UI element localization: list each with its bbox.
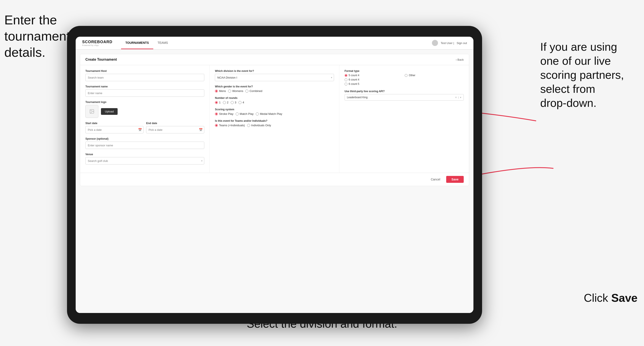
tablet-screen: SCOREBOARD Powered by clipp TOURNAMENTS … — [76, 37, 474, 313]
create-tournament-panel: Create Tournament ‹ Back Tournament Host… — [80, 54, 469, 186]
host-group: Tournament Host — [86, 69, 204, 81]
name-label: Tournament name — [86, 85, 204, 88]
host-input[interactable] — [86, 74, 204, 81]
live-scoring-value: Leaderboard King — [347, 96, 368, 99]
name-input[interactable] — [86, 89, 204, 97]
logo-upload-area: Upload — [86, 105, 204, 118]
scoring-medal[interactable]: Medal Match Play — [256, 112, 282, 116]
scoring-radio-group: Stroke Play Match Play Medal Match Play — [215, 112, 334, 116]
nav-logo-sub: Powered by clipp — [82, 44, 112, 46]
format-empty-2 — [405, 82, 464, 85]
sponsor-label: Sponsor (optional) — [86, 137, 204, 140]
save-button[interactable]: Save — [446, 176, 464, 183]
form-col-3: Format type 5 count 4 Other 6 count 4 — [340, 65, 469, 173]
svg-point-2 — [91, 110, 92, 111]
start-date-label: Start date — [86, 122, 144, 125]
cancel-button[interactable]: Cancel — [428, 176, 444, 183]
rounds-radio-group: 1 2 3 4 — [215, 101, 334, 104]
annotation-bottomright: Click Save — [584, 291, 638, 305]
venue-input[interactable] — [86, 157, 204, 165]
format-type-group: Format type 5 count 4 Other 6 count 4 — [344, 69, 464, 85]
nav-link-tournaments[interactable]: TOURNAMENTS — [121, 37, 153, 49]
teams-plus-individuals[interactable]: Teams (+Individuals) — [215, 124, 245, 127]
host-label: Tournament Host — [86, 69, 204, 73]
date-row: Start date 📅 End date — [86, 122, 204, 133]
upload-button[interactable]: Upload — [101, 108, 118, 115]
format-other[interactable]: Other — [405, 74, 464, 77]
division-label: Which division is the event for? — [215, 69, 334, 73]
form-body: Tournament Host Tournament name Tourname… — [80, 65, 469, 173]
end-date-label: End date — [146, 122, 204, 125]
panel-footer: Cancel Save — [80, 173, 469, 186]
panel-back[interactable]: ‹ Back — [456, 58, 464, 61]
logo-label: Tournament logo — [86, 101, 204, 104]
gender-mens[interactable]: Mens — [215, 89, 226, 93]
start-date-wrap: 📅 — [86, 126, 144, 133]
teams-label: Is this event for Teams and/or Individua… — [215, 119, 334, 122]
scoring-stroke[interactable]: Stroke Play — [215, 112, 233, 116]
format-type-label: Format type — [344, 69, 464, 73]
venue-group: Venue ▾ — [86, 153, 204, 165]
end-date-input[interactable] — [146, 126, 204, 133]
panel-header: Create Tournament ‹ Back — [80, 54, 469, 65]
rounds-1[interactable]: 1 — [215, 101, 220, 104]
end-date-wrap: 📅 — [146, 126, 204, 133]
division-group: Which division is the event for? NCAA Di… — [215, 69, 334, 81]
signout-link[interactable]: Sign out — [456, 41, 467, 45]
tablet-frame: SCOREBOARD Powered by clipp TOURNAMENTS … — [67, 26, 482, 324]
scoring-label: Scoring system — [215, 108, 334, 111]
nav-right: Test User | Sign out — [432, 40, 467, 46]
start-date-input[interactable] — [86, 126, 144, 133]
gender-radio-group: Mens Womens Combined — [215, 89, 334, 93]
nav-user: Test User | — [440, 41, 454, 45]
format-6count5[interactable]: 6 count 5 — [344, 82, 404, 85]
dates-group: Start date 📅 End date — [86, 122, 204, 133]
gender-label: Which gender is the event for? — [215, 85, 334, 88]
live-scoring-label: Use third-party live scoring API? — [344, 90, 464, 93]
rounds-4[interactable]: 4 — [238, 101, 244, 104]
nav-logo: SCOREBOARD Powered by clipp — [82, 40, 112, 46]
panel-title: Create Tournament — [86, 58, 117, 61]
teams-radio-group: Teams (+Individuals) Individuals Only — [215, 124, 334, 127]
rounds-label: Number of rounds — [215, 96, 334, 100]
gender-group: Which gender is the event for? Mens Wome… — [215, 85, 334, 93]
annotation-topleft: Enter the tournament details. — [4, 12, 70, 60]
logo-placeholder — [86, 105, 98, 118]
nav-bar: SCOREBOARD Powered by clipp TOURNAMENTS … — [76, 37, 474, 50]
name-group: Tournament name — [86, 85, 204, 97]
sponsor-input[interactable] — [86, 142, 204, 149]
nav-link-teams[interactable]: TEAMS — [153, 37, 172, 49]
format-empty-1 — [405, 78, 464, 81]
form-col-1: Tournament Host Tournament name Tourname… — [80, 65, 210, 173]
division-select[interactable]: NCAA Division I — [215, 74, 334, 81]
main-content: Create Tournament ‹ Back Tournament Host… — [76, 50, 474, 313]
venue-label: Venue — [86, 153, 204, 156]
gender-combined[interactable]: Combined — [245, 89, 262, 93]
logo-group: Tournament logo Upload — [86, 101, 204, 118]
end-date-group: End date 📅 — [146, 122, 204, 133]
scoring-group: Scoring system Stroke Play Match Play Me… — [215, 108, 334, 116]
nav-links: TOURNAMENTS TEAMS — [121, 37, 172, 49]
teams-group: Is this event for Teams and/or Individua… — [215, 119, 334, 127]
form-col-2: Which division is the event for? NCAA Di… — [210, 65, 339, 173]
rounds-3[interactable]: 3 — [231, 101, 236, 104]
scoring-match[interactable]: Match Play — [236, 112, 254, 116]
format-5count4[interactable]: 5 count 4 — [344, 74, 404, 77]
rounds-2[interactable]: 2 — [223, 101, 228, 104]
live-scoring-clear-icon[interactable]: × — [455, 96, 457, 99]
live-scoring-select[interactable]: Leaderboard King × | ▾ — [344, 94, 464, 101]
avatar — [432, 40, 438, 46]
rounds-group: Number of rounds 1 2 3 — [215, 96, 334, 104]
nav-logo-title: SCOREBOARD — [82, 40, 112, 44]
start-date-group: Start date 📅 — [86, 122, 144, 133]
live-scoring-arrow-icon[interactable]: ▾ — [460, 96, 461, 99]
annotation-topright: If you are using one of our live scoring… — [540, 40, 640, 110]
individuals-only[interactable]: Individuals Only — [247, 124, 271, 127]
format-type-grid: 5 count 4 Other 6 count 4 — [344, 74, 464, 85]
format-6count4[interactable]: 6 count 4 — [344, 78, 404, 81]
live-scoring-group: Use third-party live scoring API? Leader… — [344, 90, 464, 101]
sponsor-group: Sponsor (optional) — [86, 137, 204, 149]
gender-womens[interactable]: Womens — [228, 89, 243, 93]
